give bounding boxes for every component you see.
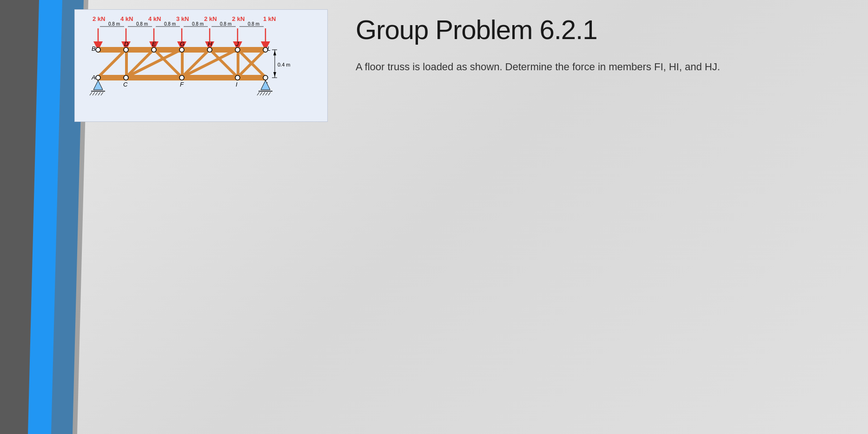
problem-description: A floor truss is loaded as shown. Determ… <box>356 59 849 74</box>
joint-G <box>179 47 184 52</box>
joint-D <box>124 47 128 52</box>
load-label-5: 2 kN <box>204 15 217 22</box>
dim-label-1: 0.8 m <box>108 21 120 27</box>
diag-2 <box>126 49 154 77</box>
joint-B <box>96 47 100 52</box>
hatch-K-3 <box>263 92 265 95</box>
joint-J <box>235 47 240 52</box>
support-A <box>93 80 103 90</box>
hatch-K-4 <box>265 92 268 95</box>
hatch-A-5 <box>101 92 103 95</box>
diag-5 <box>182 49 210 77</box>
label-C: C <box>123 81 128 88</box>
joint-H <box>207 47 212 52</box>
label-D: D <box>124 40 128 47</box>
height-arrow-bot <box>273 72 276 77</box>
load-label-2: 4 kN <box>120 15 133 22</box>
dim-label-2: 0.8 m <box>136 21 148 27</box>
label-L: L <box>267 45 271 52</box>
height-label: 0.4 m <box>278 62 291 67</box>
hatch-K-2 <box>260 92 262 95</box>
main-content: 2 kN 4 kN 4 kN 3 kN 2 kN 2 kN 1 kN <box>9 9 859 122</box>
label-F: F <box>180 81 184 88</box>
dim-label-5: 0.8 m <box>220 21 232 27</box>
diag-3 <box>126 49 182 77</box>
joint-F <box>179 75 184 80</box>
hatch-K-1 <box>257 92 259 95</box>
support-K <box>261 80 270 90</box>
hatch-A-3 <box>95 92 98 95</box>
dim-label-3: 0.8 m <box>164 21 176 27</box>
load-label-1: 2 kN <box>93 15 105 22</box>
label-H: H <box>208 40 212 47</box>
joint-C <box>124 75 128 80</box>
label-E: E <box>152 40 156 47</box>
vert-1-top <box>125 49 128 76</box>
load-label-6: 2 kN <box>232 15 245 22</box>
label-G: G <box>180 40 185 47</box>
label-B: B <box>92 45 96 52</box>
truss-diagram: 2 kN 4 kN 4 kN 3 kN 2 kN 2 kN 1 kN <box>80 14 324 117</box>
joint-I <box>235 75 240 80</box>
diag-1 <box>98 49 126 77</box>
hatch-A-2 <box>93 92 95 95</box>
label-J: J <box>235 40 239 47</box>
truss-diagram-panel: 2 kN 4 kN 4 kN 3 kN 2 kN 2 kN 1 kN <box>74 9 328 122</box>
load-label-7: 1 kN <box>263 15 276 22</box>
height-arrow-top <box>273 51 276 55</box>
load-label-4: 3 kN <box>176 15 189 22</box>
vert-2-top <box>181 49 184 76</box>
diag-4 <box>154 49 182 77</box>
diag-7 <box>210 49 238 77</box>
joint-E <box>152 47 156 52</box>
joint-K <box>263 75 268 80</box>
load-label-3: 4 kN <box>148 15 161 22</box>
text-panel: Group Problem 6.2.1 A floor truss is loa… <box>346 9 859 79</box>
label-A: A <box>91 74 96 81</box>
dim-label-4: 0.8 m <box>192 21 204 27</box>
hatch-A-4 <box>98 92 100 95</box>
hatch-K-5 <box>268 92 271 95</box>
vert-3-top <box>237 49 239 76</box>
hatch-A-1 <box>90 92 92 95</box>
dim-label-6: 0.8 m <box>248 21 259 27</box>
diag-6 <box>182 49 238 77</box>
problem-title: Group Problem 6.2.1 <box>356 14 849 45</box>
truss-svg-container: 2 kN 4 kN 4 kN 3 kN 2 kN 2 kN 1 kN <box>80 14 324 117</box>
joint-A <box>96 75 100 80</box>
label-I: I <box>236 81 238 88</box>
